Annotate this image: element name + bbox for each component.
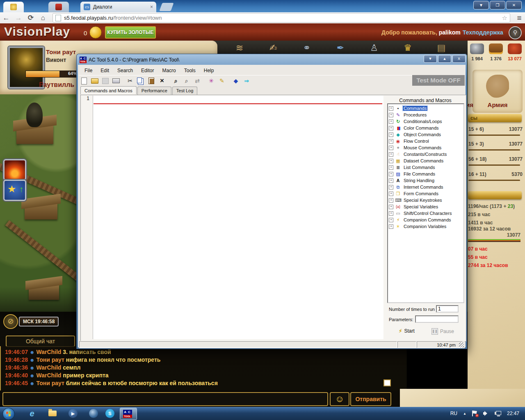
tree-item-procedures[interactable]: +✎Procedures <box>389 112 427 118</box>
actool-minimize-button[interactable]: ▼ <box>424 55 437 63</box>
print-button[interactable] <box>111 76 121 85</box>
expand-icon[interactable]: + <box>389 132 393 137</box>
expand-icon[interactable]: + <box>389 119 393 124</box>
expand-icon[interactable]: + <box>389 172 393 176</box>
refresh-icon[interactable]: ⟳ <box>25 14 37 22</box>
tab-performance[interactable]: Performance <box>137 87 171 95</box>
tab-commands-and-macros[interactable]: Commands and Macros <box>80 86 137 94</box>
actool-close-button[interactable]: X <box>452 55 466 63</box>
network-icon[interactable] <box>495 411 501 416</box>
help-button[interactable]: ◆ <box>231 76 241 85</box>
expand-icon[interactable]: + <box>389 139 393 144</box>
chat-scroll-button[interactable] <box>383 379 391 386</box>
expand-icon[interactable]: + <box>389 178 393 183</box>
taskbar-media-player[interactable]: ▶ <box>65 408 81 419</box>
back-icon[interactable]: ← <box>0 14 12 22</box>
browser-restore-button[interactable]: ❐ <box>490 1 505 9</box>
language-indicator[interactable]: RU <box>450 411 457 416</box>
paste-button[interactable] <box>146 76 156 85</box>
find-button[interactable]: ⌕ <box>171 76 181 85</box>
nav-map-icon[interactable]: ≋ <box>231 41 248 54</box>
taskbar-internet-explorer[interactable]: e <box>24 408 40 419</box>
save-button[interactable] <box>100 76 110 85</box>
expand-icon[interactable]: + <box>389 106 393 111</box>
tree-item-form-commands[interactable]: +❐Form Commands <box>389 190 439 197</box>
browser-close-button[interactable]: ✕ <box>506 1 522 9</box>
volume-icon[interactable] <box>483 411 489 416</box>
macro-editor[interactable] <box>93 96 383 339</box>
cut-button[interactable]: ✂ <box>125 76 135 85</box>
tab-test-log[interactable]: Test Log <box>172 87 198 95</box>
nav-notes-icon[interactable]: ✒ <box>332 41 349 54</box>
tree-item-shift-control[interactable]: +▭Shift/Control Characters <box>389 210 452 217</box>
menu-tools[interactable]: Tools <box>180 66 200 75</box>
actool-maximize-button[interactable]: ▲ <box>438 55 451 63</box>
pinned-tab-1[interactable] <box>3 2 24 12</box>
browser-minimize-button[interactable]: ▼ <box>473 1 489 9</box>
taskbar-explorer[interactable] <box>44 408 61 419</box>
replace-button[interactable]: ⇄ <box>192 76 202 85</box>
smiley-button[interactable]: ☺ <box>330 392 349 406</box>
tree-item-constants[interactable]: +☝Constants/Constructs <box>389 151 447 158</box>
home-icon[interactable]: ⌂ <box>37 14 49 22</box>
chat-input[interactable] <box>2 392 328 406</box>
wizard-button[interactable]: ✳ <box>206 76 216 85</box>
support-link[interactable]: Техподдержка <box>463 29 503 36</box>
menu-editor[interactable]: Editor <box>137 66 158 75</box>
new-file-button[interactable] <box>79 76 89 85</box>
pinned-tab-2[interactable] <box>48 2 69 12</box>
send-button[interactable]: Отправить <box>350 392 391 406</box>
menu-macro[interactable]: Macro <box>158 66 180 75</box>
tree-item-string-handling[interactable]: +AString Handling <box>389 177 435 184</box>
exit-button[interactable]: ⇒ <box>242 76 251 85</box>
pencil-button[interactable]: ✎ <box>217 76 227 85</box>
expand-icon[interactable]: + <box>389 113 393 117</box>
taskbar-ac-tool[interactable]: A C TOOL <box>120 408 137 420</box>
tree-item-companion-commands[interactable]: +⚡Companion Commands <box>389 217 452 223</box>
expand-icon[interactable]: + <box>389 192 393 196</box>
tray-chevron-icon[interactable]: ▲ <box>463 412 466 415</box>
tab-dialogs[interactable]: ▭ Диалоги × <box>80 2 156 12</box>
start-button[interactable]: ⚡ Start <box>399 328 415 334</box>
pause-button[interactable]: ❚❚ Pause <box>431 328 454 335</box>
open-file-button[interactable] <box>90 76 100 85</box>
menu-file[interactable]: File <box>80 66 96 75</box>
levelup-event-icon[interactable]: ★↑ <box>3 180 26 201</box>
chat-tab-general[interactable]: Общий чат <box>6 336 75 347</box>
browser-menu-icon[interactable]: ≡ <box>514 14 525 23</box>
tree-item-flow-control[interactable]: +◉Flow Control <box>389 138 430 144</box>
tree-item-internet-commands[interactable]: +⧉Internet Commands <box>389 184 444 190</box>
tree-item-conditionals[interactable]: +↻Conditionals/Loops <box>389 118 443 125</box>
menu-edit[interactable]: Edit <box>96 66 113 75</box>
tree-item-mouse-commands[interactable]: +⌖Mouse Commands <box>389 144 442 151</box>
buy-gold-button[interactable]: КУПИТЬ ЗОЛОТЫЕ <box>105 26 156 39</box>
tree-item-list-commands[interactable]: +≣List Commands <box>389 164 436 171</box>
tab-close-icon[interactable]: × <box>150 4 153 10</box>
delete-button[interactable]: × <box>157 76 167 85</box>
url-bar[interactable]: s5.feodal.playpals.ru /frontend/view/#to… <box>52 13 510 23</box>
run-count-input[interactable] <box>436 305 459 313</box>
resize-grip[interactable] <box>459 342 464 347</box>
copy-button[interactable] <box>136 76 146 85</box>
expand-icon[interactable]: + <box>389 205 393 209</box>
nav-rating-icon[interactable]: ♛ <box>399 41 416 54</box>
tree-item-file-commands[interactable]: +▨File Commands <box>389 171 436 177</box>
action-center-flag-icon[interactable]: ✕ <box>472 411 477 416</box>
mute-icon[interactable]: ⊘ <box>3 314 18 329</box>
expand-icon[interactable]: + <box>389 165 393 170</box>
taskbar-skype[interactable]: S <box>102 408 118 419</box>
bookmark-star-icon[interactable]: ☆ <box>502 14 507 22</box>
tree-item-special-variables[interactable]: +{a}Special Variables <box>389 203 439 210</box>
expand-icon[interactable]: + <box>389 198 393 203</box>
menu-help[interactable]: Help <box>200 66 218 75</box>
nav-rules-icon[interactable]: ▤ <box>433 41 450 54</box>
tree-item-special-keystrokes[interactable]: +⌨Special Keystrokes <box>389 197 443 203</box>
parameters-input[interactable] <box>415 315 459 323</box>
expand-icon[interactable]: + <box>389 152 393 157</box>
taskbar-browser-ball[interactable] <box>85 408 102 419</box>
find-next-button[interactable]: ⌕ <box>182 76 192 85</box>
town-name[interactable]: Раутвилль <box>39 81 74 89</box>
tree-item-companion-variables[interactable]: +☀Companion Variables <box>389 223 447 230</box>
actool-titlebar[interactable]: A C TOOL AC Tool 5.4.0 - C:\Program File… <box>80 56 179 64</box>
nav-reports-icon[interactable]: ✍ <box>265 41 281 54</box>
